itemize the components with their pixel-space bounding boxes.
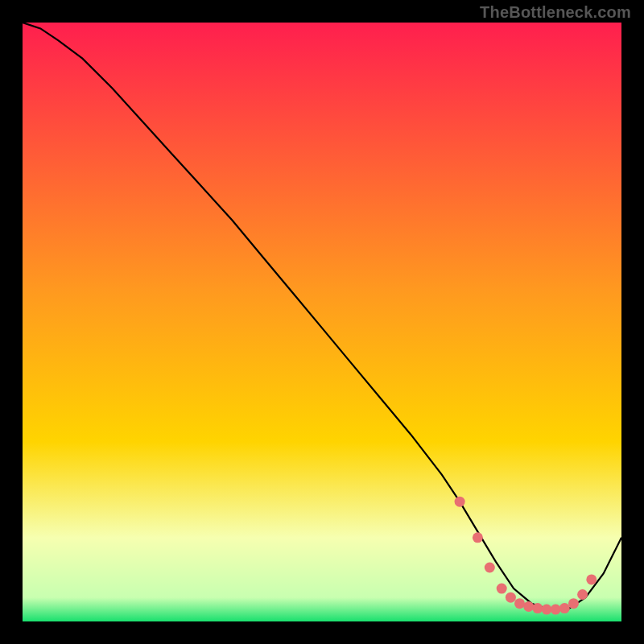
highlight-dot xyxy=(473,532,483,543)
highlight-dot xyxy=(514,598,525,609)
highlight-dot xyxy=(542,605,552,615)
highlight-dot xyxy=(523,601,534,612)
highlight-dot xyxy=(497,584,507,594)
highlight-dot xyxy=(485,563,495,573)
gradient-background xyxy=(23,23,621,621)
highlight-dot xyxy=(506,592,516,603)
plot-area xyxy=(23,23,621,621)
highlight-dot xyxy=(577,589,588,600)
highlight-dot xyxy=(559,603,570,613)
chart-svg xyxy=(23,23,621,621)
attribution-text: TheBottleneck.com xyxy=(480,3,631,22)
highlight-dot xyxy=(551,605,561,615)
chart-frame: TheBottleneck.com xyxy=(0,0,644,644)
highlight-dot xyxy=(455,497,465,507)
highlight-dot xyxy=(532,603,543,613)
highlight-dot xyxy=(586,574,597,584)
highlight-dot xyxy=(568,598,579,609)
